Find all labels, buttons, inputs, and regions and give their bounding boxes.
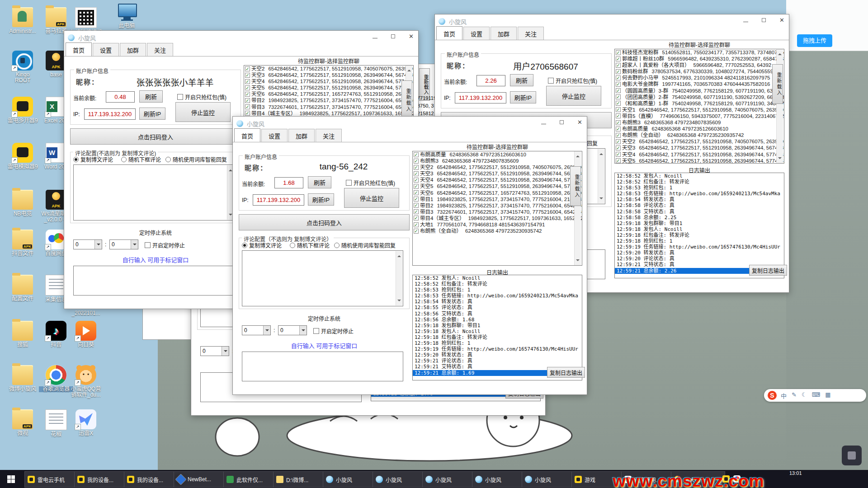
kingo-icon[interactable]: ↗ [12, 51, 33, 70]
group-row[interactable]: ✓天空66542846542, 1775622517, 1657274763, … [244, 91, 413, 97]
group-row[interactable]: ✓带目11984923825, 1775622517, 3734157470, … [413, 196, 582, 202]
desktop-icon-花椒[interactable]: 花椒 [39, 409, 73, 437]
desktop-icon-谷歌浏览器[interactable]: ↗谷歌浏览器 [39, 365, 73, 392]
taskbar-button-D:\微博...[interactable]: D:\微博... [273, 471, 327, 488]
folder-icon[interactable] [12, 190, 33, 210]
checkbox-checked-icon[interactable]: ✓ [245, 98, 250, 103]
taskbar-button-雷电云手机[interactable]: 雷电云手机 [24, 471, 79, 488]
taskbar-button-小旋风[interactable]: 小旋风 [422, 471, 476, 488]
checkbox-checked-icon[interactable]: ✓ [414, 203, 419, 208]
balance-field[interactable]: 1.68 [274, 177, 303, 188]
close-icon[interactable]: ✕ [779, 18, 784, 23]
checkbox-checked-icon[interactable]: ✓ [414, 159, 419, 164]
chevron-down-icon[interactable] [299, 326, 307, 335]
taskbar-button-我的设备...[interactable]: 我的设备... [74, 471, 128, 488]
desktop-icon-此电脑[interactable]: 此电脑 [109, 2, 144, 29]
desktop-icon-微视[interactable]: 微视 [5, 409, 40, 436]
log-line[interactable]: 12:59:18 红包备注: 转发评论 [615, 232, 784, 238]
folder-icon[interactable] [12, 321, 33, 341]
redpacket-only-checkbox[interactable]: 开启只抢红包(慎) [346, 179, 395, 187]
maximize-icon[interactable] [762, 18, 766, 22]
folderapk-icon[interactable] [12, 409, 33, 429]
group-row[interactable]: ✓天空46542846542, 1775622517, 5512910958, … [413, 177, 582, 183]
group-row[interactable]: ✓数码粉丝群3780537534, 6776330339, 1048027274… [615, 68, 784, 75]
copy-log-button[interactable]: 复制日志输出 [547, 367, 585, 378]
scroll-up-icon[interactable] [397, 253, 401, 257]
checkbox-checked-icon[interactable]: ✓ [616, 75, 621, 80]
group-list[interactable]: ✓科技怪杰宠粉群5140552811, 7550234177, 73557133… [614, 49, 784, 164]
group-row[interactable]: ✓天空36542846542, 1775622517, 5512910958, … [413, 170, 582, 177]
redpacket-only-checkbox[interactable]: 开启只抢红包(慎) [548, 77, 597, 84]
tab-1[interactable]: 设置 [93, 43, 119, 56]
radio-icon[interactable] [165, 157, 171, 162]
scan-login-button[interactable]: 点击扫码登入 [70, 128, 241, 145]
checkbox-checked-icon[interactable]: ✓ [616, 139, 621, 144]
timer-minute-dropdown[interactable]: 0 [109, 239, 138, 249]
folderuser-icon[interactable] [12, 7, 33, 27]
tab-3[interactable]: 关注 [518, 27, 544, 40]
ip-field[interactable]: 117.139.132.200 [253, 194, 304, 206]
tab-2[interactable]: 加群 [120, 43, 146, 56]
checkbox-checked-icon[interactable]: ✓ [616, 158, 621, 163]
log-list[interactable]: 12:58:52 发包人: Ncoill12:58:52 红包备注: 转发评论1… [614, 173, 784, 278]
log-line[interactable]: 12:58:53 抢到红包: 1 [615, 185, 784, 191]
checkbox-checked-icon[interactable]: ✓ [616, 82, 621, 87]
refresh-button[interactable]: 刷新 [139, 90, 163, 103]
tab-1[interactable]: 设置 [261, 129, 288, 142]
group-row[interactable]: ✓带目4（城主专区）1984923825, 1775622517, 109736… [244, 110, 413, 117]
scrollbar[interactable] [598, 149, 604, 203]
log-line[interactable]: 12:59:18 抢到红包: 1 [413, 340, 582, 346]
checkbox-icon[interactable] [177, 94, 183, 100]
tag-box[interactable] [73, 266, 235, 296]
tab-3[interactable]: 关注 [316, 129, 342, 142]
desktop-icon-搜狐[interactable]: 搜狐 [5, 321, 40, 348]
checkbox-checked-icon[interactable]: ✓ [616, 94, 621, 99]
group-row[interactable]: ✓带目21984923825, 1775622517, 3734157470, … [413, 202, 582, 209]
checkbox-checked-icon[interactable]: ✓ [414, 216, 419, 221]
checkbox-checked-icon[interactable]: ✓ [245, 85, 250, 90]
timer-minute-dropdown[interactable]: 0 [278, 325, 307, 335]
checkbox-checked-icon[interactable]: ✓ [414, 152, 419, 157]
taskbar-button-小旋风[interactable]: 小旋风 [373, 471, 427, 488]
log-line[interactable]: 12:58:53 抢到红包: 1 [413, 287, 582, 293]
checkbox-checked-icon[interactable]: ✓ [414, 190, 419, 195]
checkbox-icon[interactable] [548, 78, 554, 84]
floating-widget[interactable] [842, 446, 862, 465]
reload-list-button[interactable]: 重新载入 [772, 64, 783, 104]
checkbox-icon[interactable] [313, 328, 319, 334]
group-row[interactable]: ✓带目21984923825, 1775622517, 3734157470, … [244, 97, 413, 103]
scan-login-button[interactable]: 点击扫码登入 [239, 214, 410, 230]
checkbox-icon[interactable] [346, 180, 352, 186]
checkbox-checked-icon[interactable]: ✓ [616, 127, 621, 131]
minimize-icon[interactable] [743, 22, 748, 22]
ip-field[interactable]: 117.139.132.200 [84, 108, 136, 120]
checkbox-checked-icon[interactable]: ✓ [616, 88, 621, 93]
app-window-front[interactable]: 小旋风 ✕ 首页设置加群关注 账户账户信息 昵称： tang-56_242 当前… [232, 116, 587, 395]
scrollbar[interactable] [396, 251, 402, 305]
group-row[interactable]: ✓布朗熊36248365368 4797234807835609 [413, 158, 582, 164]
ld-icon[interactable]: ↗ [12, 97, 33, 117]
desktop-icon-Kingo[interactable]: ↗KingoROOT [5, 51, 40, 84]
group-row[interactable]: ✓布朗熊36248365368 4797234807835609 [615, 119, 784, 126]
checkbox-checked-icon[interactable]: ✓ [616, 145, 621, 150]
refresh-button[interactable]: 刷新 [308, 176, 331, 188]
sogou-logo-icon[interactable]: S [768, 391, 777, 400]
group-row[interactable]: ✓天空36542846542, 1775622517, 5512910958, … [244, 72, 413, 78]
group-row[interactable]: ✓天空26542846542, 1775622517, 5512910958, … [413, 164, 582, 170]
group-row[interactable]: ✓（圆圆高质量）3-群7540249958, 7762158129, 60771… [615, 88, 784, 94]
checkbox-checked-icon[interactable]: ✓ [616, 152, 621, 157]
timer-enable-checkbox[interactable]: 开启定时停止 [313, 327, 354, 335]
scroll-up-icon[interactable] [576, 154, 580, 157]
group-row[interactable]: ✓天空46542846542, 1775622517, 5512910958, … [244, 78, 413, 84]
folder-icon[interactable] [12, 275, 33, 295]
checkbox-checked-icon[interactable]: ✓ [616, 113, 621, 118]
scroll-up-icon[interactable] [778, 52, 782, 55]
desktop-icon-抖音[interactable]: ↗抖音 [39, 321, 73, 348]
timer-hour-dropdown[interactable]: 0 [73, 239, 102, 249]
log-line[interactable]: 12:59:19 任务链接: http://weibo.com/16574761… [413, 346, 582, 352]
ime-item-0[interactable]: 中 [781, 391, 787, 400]
window-titlebar[interactable]: 小旋风 ✕ [435, 14, 789, 28]
log-line[interactable]: 12:58:52 发包人: Ncoill [615, 173, 784, 179]
timer-enable-checkbox[interactable]: 开启定时停止 [145, 241, 185, 249]
tab-0[interactable]: 首页 [436, 26, 462, 40]
